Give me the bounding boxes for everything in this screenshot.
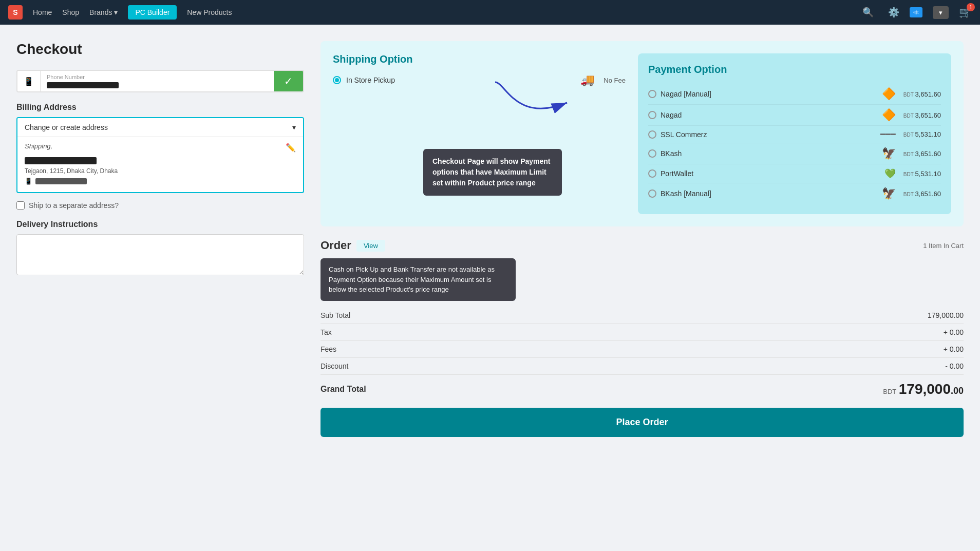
in-store-label: In Store Pickup <box>346 76 395 84</box>
payment-radio-nagad-manual[interactable] <box>648 90 656 98</box>
payment-title: Payment Option <box>648 64 941 75</box>
ship-separate-row: Ship to a separate address? <box>16 201 304 210</box>
phone-icon: 📱 <box>17 71 41 91</box>
payment-amount-nagad: BDT 3,651.60 <box>900 111 941 119</box>
nav-newproducts[interactable]: New Products <box>187 8 232 16</box>
delivery-section-label: Delivery Instructions <box>16 220 304 229</box>
tax-label: Tax <box>321 328 332 336</box>
edit-icon[interactable]: ✏️ <box>286 143 296 153</box>
in-store-radio[interactable] <box>333 76 341 84</box>
order-header: Order View 1 Item In Cart <box>321 239 964 252</box>
order-title: Order <box>321 239 351 252</box>
order-subtotal-row: Sub Total 179,000.00 <box>321 307 964 324</box>
left-panel: Checkout 📱 Phone Number ✓ Billing Addres… <box>16 41 304 437</box>
address-dropdown-header[interactable]: Change or create address ▾ <box>17 118 303 137</box>
payment-option-nagad: Nagad 🔶 BDT 3,651.60 <box>648 105 941 126</box>
shipping-label: Shipping, <box>25 142 52 150</box>
nav-pcbuilder[interactable]: PC Builder <box>128 5 177 20</box>
payment-amount-nagad-manual: BDT 3,651.60 <box>900 90 941 98</box>
payment-radio-nagad[interactable] <box>648 111 656 119</box>
payment-radio-bkash-manual[interactable] <box>648 189 656 198</box>
address-body: Shipping, ✏️ Tejgaon, 1215, Dhaka City, … <box>17 137 303 192</box>
delivery-instructions-input[interactable] <box>16 234 304 275</box>
user-name-label: ▾ <box>939 9 943 16</box>
payment-label-portwallet: PortWallet <box>661 169 880 178</box>
payment-label-nagad-manual: Nagad [Manual] <box>661 90 878 98</box>
phone-input-box: 📱 Phone Number ✓ <box>16 70 304 92</box>
phone-label: Phone Number <box>47 74 268 80</box>
payment-option-bkash: BKash 🦅 BDT 3,651.60 <box>648 143 941 164</box>
truck-icon: 🚚 <box>580 73 594 87</box>
payment-column: Payment Option Nagad [Manual] 🔶 BDT 3,65… <box>638 53 951 214</box>
payment-radio-ssl[interactable] <box>648 130 656 139</box>
payment-amount-bkash-manual: BDT 3,651.60 <box>900 190 941 198</box>
recipient-name <box>25 157 97 164</box>
ship-separate-label: Ship to a separate address? <box>29 201 119 210</box>
fees-label: Fees <box>321 345 336 353</box>
payment-option-nagad-manual: Nagad [Manual] 🔶 BDT 3,651.60 <box>648 84 941 105</box>
cart-badge: 1 <box>967 3 975 11</box>
phone-number-bar <box>35 178 87 184</box>
settings-icon[interactable]: ⚙️ <box>888 7 899 18</box>
cart-button[interactable]: 🛒 1 <box>959 6 972 18</box>
search-icon[interactable]: 🔍 <box>862 7 874 18</box>
nav-brands[interactable]: Brands ▾ <box>89 8 118 16</box>
subtotal-value: 179,000.00 <box>928 311 964 319</box>
nagad-icon: 🔶 <box>882 108 896 122</box>
fees-value: + 0.00 <box>944 345 964 353</box>
payment-tooltip: Checkout Page will show Payment options … <box>423 149 562 196</box>
order-fees-row: Fees + 0.00 <box>321 341 964 358</box>
order-tooltip: Cash on Pick Up and Bank Transfer are no… <box>321 258 516 301</box>
shipping-edit-row: Shipping, ✏️ <box>25 142 296 153</box>
discount-value: - 0.00 <box>945 362 964 370</box>
order-tax-row: Tax + 0.00 <box>321 324 964 341</box>
bkash-manual-icon: 🦅 <box>882 187 896 200</box>
order-discount-row: Discount - 0.00 <box>321 358 964 375</box>
subtotal-label: Sub Total <box>321 311 350 319</box>
grand-total-row: Grand Total BDT 179,000.00 <box>321 375 964 404</box>
no-fee-label: No Fee <box>604 77 626 84</box>
ship-separate-checkbox[interactable] <box>16 201 25 210</box>
grand-total-label: Grand Total <box>321 385 366 394</box>
nav-home[interactable]: Home <box>33 8 52 16</box>
site-logo[interactable]: S <box>8 5 23 20</box>
user-menu[interactable]: ▾ <box>933 6 949 19</box>
billing-section-label: Billing Address <box>16 103 304 112</box>
payment-amount-portwallet: BDT 5,531.10 <box>900 170 941 178</box>
order-view-button[interactable]: View <box>356 240 385 252</box>
bkash-icon: 🦅 <box>882 147 896 160</box>
payment-option-portwallet: PortWallet 💚 BDT 5,531.10 <box>648 164 941 183</box>
address-text: Tejgaon, 1215, Dhaka City, Dhaka <box>25 167 296 175</box>
payment-label-nagad: Nagad <box>661 111 878 119</box>
phone-confirm-button[interactable]: ✓ <box>274 71 303 91</box>
phone-value <box>47 82 119 88</box>
language-selector[interactable]: বাং <box>910 7 922 17</box>
shipping-payment-box: Shipping Option In Store Pickup 🚚 No Fee… <box>321 41 964 226</box>
discount-label: Discount <box>321 362 348 370</box>
main-content: Checkout 📱 Phone Number ✓ Billing Addres… <box>0 25 980 453</box>
page-title: Checkout <box>16 41 304 58</box>
address-dropdown: Change or create address ▾ Shipping, ✏️ … <box>16 117 304 193</box>
chevron-down-icon: ▾ <box>292 123 296 131</box>
payment-amount-ssl: BDT 5,531.10 <box>900 130 941 138</box>
phone-small-icon: 📱 <box>25 178 32 185</box>
shipping-title: Shipping Option <box>333 53 626 65</box>
payment-option-ssl: SSL Commerz ━━━ BDT 5,531.10 <box>648 126 941 143</box>
place-order-button[interactable]: Place Order <box>321 408 964 437</box>
payment-label-bkash-manual: BKash [Manual] <box>661 189 878 198</box>
nav-shop[interactable]: Shop <box>62 8 79 16</box>
nagad-manual-icon: 🔶 <box>882 87 896 101</box>
tax-value: + 0.00 <box>944 328 964 336</box>
shipping-column: Shipping Option In Store Pickup 🚚 No Fee… <box>333 53 638 214</box>
payment-amount-bkash: BDT 3,651.60 <box>900 150 941 158</box>
phone-input-wrap: Phone Number <box>41 71 274 91</box>
shipping-option-row: In Store Pickup 🚚 No Fee <box>333 73 626 87</box>
navbar: S Home Shop Brands ▾ PC Builder New Prod… <box>0 0 980 25</box>
grand-bdt-label: BDT <box>883 388 896 395</box>
ssl-icon: ━━━ <box>880 129 896 139</box>
order-section: Order View 1 Item In Cart Cash on Pick U… <box>321 239 964 437</box>
address-dropdown-label: Change or create address <box>25 123 108 131</box>
payment-radio-bkash[interactable] <box>648 149 656 158</box>
right-panel: Shipping Option In Store Pickup 🚚 No Fee… <box>321 41 964 437</box>
payment-radio-portwallet[interactable] <box>648 169 656 178</box>
